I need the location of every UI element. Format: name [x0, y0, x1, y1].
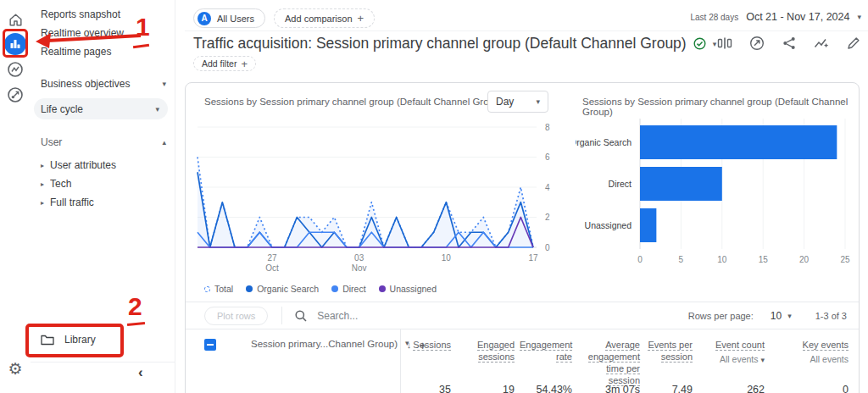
sidebar-item-business-objectives[interactable]: Business objectives▾ — [31, 75, 175, 93]
annotation-step-2: 2 — [128, 294, 142, 319]
column-header-event-count[interactable]: Event countAll events ▾ — [693, 339, 765, 386]
date-preset-label: Last 28 days — [690, 13, 738, 22]
rows-per-page-value[interactable]: 10 — [771, 310, 782, 322]
legend-dot-icon — [331, 285, 338, 292]
sidebar-item-reports-snapshot[interactable]: Reports snapshot — [31, 5, 175, 24]
data-quality-check-icon[interactable] — [693, 37, 706, 50]
search-icon — [294, 309, 308, 323]
svg-text:4: 4 — [545, 183, 550, 192]
add-comparison-chip[interactable]: Add comparison + — [274, 8, 375, 28]
chevron-down-icon: ▾ — [536, 97, 540, 106]
sidebar-item-life-cycle[interactable]: Life cycle▾ — [34, 98, 168, 119]
annotation-box-2 — [25, 324, 124, 357]
add-filter-chip[interactable]: Add filter + — [193, 56, 256, 71]
drawer-divider — [31, 362, 175, 363]
metric-scope-select[interactable]: All events ▾ — [698, 353, 765, 366]
svg-text:10: 10 — [717, 255, 727, 264]
totals-value: 262 — [693, 384, 765, 393]
svg-text:2: 2 — [545, 213, 550, 222]
plus-icon: + — [241, 58, 248, 70]
totals-value: 35 — [400, 384, 451, 393]
date-range-label: Oct 21 - Nov 17, 2024 — [746, 11, 849, 23]
svg-text:03: 03 — [354, 253, 364, 263]
legend-item-direct[interactable]: Direct — [331, 284, 365, 294]
legend-dot-icon — [246, 285, 253, 292]
sidebar-item-user[interactable]: User▴ — [31, 133, 175, 152]
svg-text:Unassigned: Unassigned — [585, 220, 632, 230]
bar-chart-title: Sessions by Session primary channel grou… — [582, 97, 859, 117]
svg-text:0: 0 — [637, 255, 643, 264]
plot-rows-button[interactable]: Plot rows — [204, 307, 268, 325]
dimension-header-cell: Session primary...Channel Group) ▾ + — [204, 329, 400, 386]
sort-descending-icon: ↓ — [407, 340, 412, 350]
svg-text:20: 20 — [799, 255, 810, 264]
totals-value: 7.49 — [640, 384, 693, 393]
edit-pencil-icon[interactable] — [846, 36, 861, 51]
trending-insights-icon[interactable] — [814, 36, 829, 51]
column-header-sessions[interactable]: ↓Sessions — [400, 339, 451, 386]
title-chevron-down-icon[interactable]: ▾ — [713, 40, 717, 48]
table-totals-row: 351954.43%3m 07s7.492620 — [186, 384, 859, 393]
sidebar-item-tech[interactable]: ▸Tech — [31, 174, 175, 193]
search-input[interactable] — [315, 309, 468, 323]
svg-text:17: 17 — [528, 253, 538, 263]
legend-item-organic-search[interactable]: Organic Search — [246, 284, 319, 294]
svg-text:27: 27 — [267, 253, 277, 263]
insights-icon[interactable] — [749, 36, 765, 51]
annotation-step-1: 1 — [136, 14, 150, 40]
dimension-header-label[interactable]: Session primary...Channel Group) — [251, 339, 398, 349]
totals-value: 19 — [451, 384, 515, 393]
collapse-nav-icon[interactable]: ‹ — [138, 364, 143, 381]
home-icon[interactable] — [0, 12, 31, 28]
sidebar-item-full-traffic[interactable]: ▸Full traffic — [31, 193, 175, 212]
totals-value: 3m 07s — [572, 384, 640, 393]
metric-headers: ↓SessionsEngaged sessionsEngagement rate… — [400, 329, 849, 386]
table-header-row: Session primary...Channel Group) ▾ + ↓Se… — [186, 329, 859, 386]
table-search — [294, 309, 468, 323]
report-card: Sessions by Session primary channel grou… — [185, 82, 860, 393]
legend-dot-icon — [379, 285, 386, 292]
pagination-range: 1-3 of 3 — [815, 311, 847, 321]
metric-scope-select[interactable]: All events — [770, 353, 849, 365]
svg-text:6: 6 — [545, 152, 550, 162]
sessions-bar-chart: 0510152025Organic SearchDirectUnassigned — [576, 115, 859, 273]
annotation-arrow — [36, 30, 142, 49]
report-title-row: Traffic acquisition: Session primary cha… — [193, 35, 716, 53]
annotation-box-1 — [3, 29, 28, 58]
add-filter-label: Add filter — [202, 58, 236, 69]
add-comparison-label: Add comparison — [285, 14, 353, 24]
all-users-avatar: A — [198, 12, 211, 25]
sessions-line-chart: 0246827Oct03Nov1017 — [196, 119, 567, 281]
svg-text:15: 15 — [759, 255, 769, 264]
rows-per-page-chevron-icon[interactable]: ▾ — [787, 312, 792, 320]
chevron-up-icon: ▴ — [162, 138, 166, 147]
date-range-picker[interactable]: Last 28 days Oct 21 - Nov 17, 2024 ▾ — [690, 11, 861, 23]
all-users-chip[interactable]: A All Users — [193, 8, 265, 28]
share-icon[interactable] — [782, 36, 797, 51]
sidebar-item-user-attributes[interactable]: ▸User attributes — [31, 156, 175, 174]
svg-text:Direct: Direct — [609, 179, 632, 189]
column-header-events-per-session[interactable]: Events per session — [640, 339, 693, 386]
svg-text:25: 25 — [840, 255, 850, 264]
select-all-checkbox[interactable] — [204, 339, 216, 351]
svg-text:8: 8 — [545, 123, 550, 132]
column-header-key-events[interactable]: Key eventsAll events — [765, 339, 849, 386]
page-title: Traffic acquisition: Session primary cha… — [193, 35, 687, 53]
table-controls-row: Plot rows Rows per page: 10 ▾ 1-3 of 3 — [186, 302, 859, 329]
comparison-icon[interactable] — [717, 36, 732, 51]
granularity-select[interactable]: Day ▾ — [487, 91, 548, 113]
chevron-down-icon: ▾ — [857, 13, 861, 21]
explore-icon[interactable] — [0, 61, 31, 78]
legend-item-unassigned[interactable]: Unassigned — [379, 284, 437, 294]
chevron-down-icon: ▾ — [162, 80, 166, 88]
column-header-average-engagement-time-per-session[interactable]: Average engagement time per session — [572, 339, 640, 386]
svg-text:Oct: Oct — [265, 263, 279, 273]
advertising-icon[interactable] — [0, 86, 31, 103]
legend-item-total[interactable]: Total — [204, 284, 233, 294]
column-header-engagement-rate[interactable]: Engagement rate — [515, 339, 572, 386]
expand-arrow-icon: ▸ — [41, 180, 44, 188]
chevron-down-icon: ▾ — [155, 105, 159, 113]
settings-gear-icon[interactable]: ⚙ — [0, 359, 31, 379]
svg-text:0: 0 — [545, 243, 550, 252]
column-header-engaged-sessions[interactable]: Engaged sessions — [451, 339, 515, 386]
